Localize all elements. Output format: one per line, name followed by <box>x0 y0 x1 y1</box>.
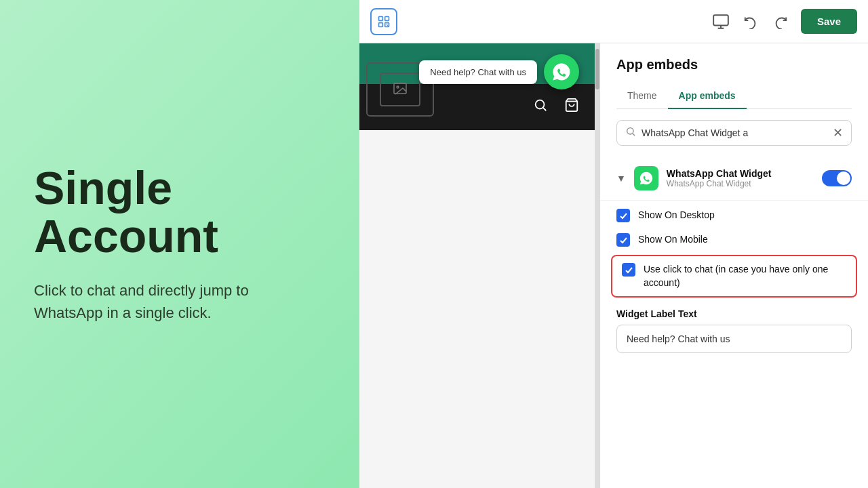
toolbar: Save <box>359 0 868 43</box>
grid-icon-button[interactable] <box>370 8 397 35</box>
options-list: Show On Desktop Show On Mobile <box>600 201 868 255</box>
svg-point-9 <box>397 86 399 88</box>
search-box: ✕ <box>616 120 852 146</box>
main-content: Need help? Chat with us <box>359 43 868 488</box>
svg-rect-0 <box>379 16 383 20</box>
svg-point-11 <box>627 128 633 134</box>
svg-rect-4 <box>713 15 728 25</box>
widget-info: WhatsApp Chat Widget WhatsApp Chat Widge… <box>667 168 814 188</box>
cart-preview-icon <box>564 98 579 117</box>
undo-button[interactable] <box>738 9 763 34</box>
tab-theme[interactable]: Theme <box>616 83 668 109</box>
chat-fab-button[interactable] <box>544 54 579 89</box>
chat-bubble: Need help? Chat with us <box>419 60 537 84</box>
option-label-click-to-chat: Use click to chat (in case you have only… <box>644 263 846 289</box>
preview-scrollbar[interactable] <box>595 43 600 488</box>
preview-image-inner <box>380 73 420 106</box>
widget-logo <box>634 166 658 190</box>
scrollbar-thumb <box>595 49 599 89</box>
settings-panel: App embeds Theme App embeds ✕ <box>600 43 868 488</box>
page-description: Click to chat and directly jump to Whats… <box>34 279 319 324</box>
svg-point-5 <box>536 100 545 109</box>
editor-frame: Save <box>359 0 868 488</box>
chevron-icon[interactable]: ▼ <box>616 173 626 184</box>
checkbox-click-to-chat[interactable] <box>622 263 635 277</box>
option-show-desktop: Show On Desktop <box>616 209 852 222</box>
page-heading: Single Account <box>34 164 326 261</box>
svg-line-6 <box>543 108 546 110</box>
checkbox-show-mobile[interactable] <box>616 233 630 247</box>
widget-toggle[interactable] <box>822 170 852 186</box>
widget-name: WhatsApp Chat Widget <box>667 168 814 179</box>
option-label-show-mobile: Show On Mobile <box>638 233 708 247</box>
widget-item: ▼ WhatsApp Chat Widget WhatsApp Chat Wid… <box>600 157 868 201</box>
panel-header: App embeds <box>600 43 868 73</box>
chat-widget: Need help? Chat with us <box>419 54 579 89</box>
svg-rect-1 <box>385 16 389 20</box>
checkbox-show-desktop[interactable] <box>616 209 630 222</box>
option-label-show-desktop: Show On Desktop <box>638 209 715 222</box>
search-preview-icon <box>533 98 548 117</box>
preview-container: Need help? Chat with us <box>359 43 600 488</box>
search-input[interactable] <box>642 127 827 138</box>
preview-area: Need help? Chat with us <box>359 43 600 130</box>
search-icon <box>625 126 636 140</box>
panel-title: App embeds <box>616 57 852 73</box>
redo-button[interactable] <box>768 9 793 34</box>
svg-rect-2 <box>379 22 383 26</box>
preview-body: Need help? Chat with us <box>359 84 599 130</box>
svg-line-12 <box>633 134 635 136</box>
tab-app-embeds[interactable]: App embeds <box>668 83 747 109</box>
monitor-icon[interactable] <box>709 9 733 34</box>
widget-label-input[interactable] <box>616 325 852 353</box>
save-button[interactable]: Save <box>801 9 857 34</box>
left-panel: Single Account Click to chat and directl… <box>0 0 359 488</box>
option-show-mobile: Show On Mobile <box>616 233 852 247</box>
search-clear-icon[interactable]: ✕ <box>833 127 843 139</box>
svg-rect-8 <box>394 83 406 94</box>
option-click-to-chat: Use click to chat (in case you have only… <box>611 255 857 298</box>
tabs-container: Theme App embeds <box>616 83 852 109</box>
widget-label-section: Widget Label Text <box>600 298 868 325</box>
widget-subtitle: WhatsApp Chat Widget <box>667 179 814 188</box>
